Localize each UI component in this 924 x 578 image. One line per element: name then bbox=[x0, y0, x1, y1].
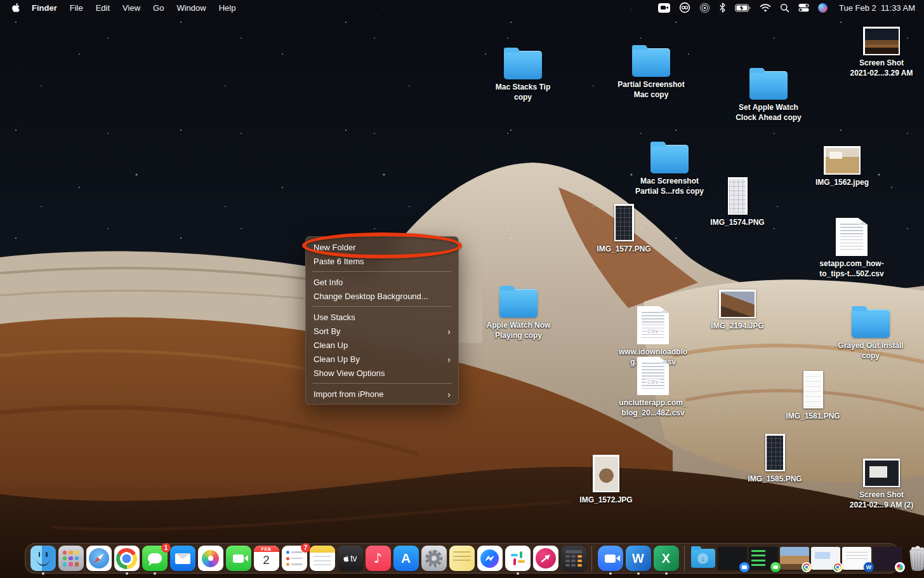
menu-item-label: Clean Up bbox=[314, 340, 348, 350]
desktop-icon-img-1572[interactable]: IMG_1572.JPG bbox=[562, 455, 650, 506]
icon-label: IMG_1585.PNG bbox=[748, 474, 802, 485]
dock-notes[interactable] bbox=[309, 546, 335, 572]
dock-minimized-window-word[interactable]: W bbox=[842, 547, 871, 570]
menu-item-import-from-iphone[interactable]: Import from iPhone› bbox=[306, 387, 458, 401]
siri-icon[interactable] bbox=[818, 3, 828, 13]
dock-music[interactable]: ♪ bbox=[365, 546, 391, 572]
dock-minimized-window-chrome-2[interactable] bbox=[811, 547, 840, 570]
menu-file[interactable]: File bbox=[63, 3, 89, 13]
menu-bar-clock[interactable]: Tue Feb 2 11:33 AM bbox=[839, 3, 915, 13]
menu-item-clean-up[interactable]: Clean Up bbox=[306, 338, 458, 352]
music-note-icon: ♪ bbox=[374, 551, 382, 566]
gear-icon bbox=[425, 550, 442, 567]
adobe-creative-cloud-icon[interactable] bbox=[679, 2, 690, 13]
dock-trash[interactable] bbox=[904, 546, 924, 572]
desktop-icon-img-1574[interactable]: IMG_1574.PNG bbox=[693, 177, 782, 228]
dock-word[interactable]: W bbox=[625, 546, 651, 572]
dock-launchpad[interactable] bbox=[58, 546, 84, 572]
submenu-chevron-icon: › bbox=[447, 389, 451, 399]
desktop-icon-img-1577[interactable]: IMG_1577.PNG bbox=[579, 204, 668, 255]
image-thumbnail bbox=[728, 177, 748, 215]
dock-mail[interactable] bbox=[169, 546, 195, 572]
icon-label: IMG_1577.PNG bbox=[597, 245, 650, 255]
menu-item-clean-up-by[interactable]: Clean Up By› bbox=[306, 352, 458, 366]
icon-label: IMG_1562.jpeg bbox=[815, 178, 869, 188]
dock: 1 FEB2 7 tv ♪ A W X ↓ W bbox=[25, 543, 899, 574]
desktop-icon-img-1562[interactable]: IMG_1562.jpeg bbox=[798, 146, 887, 188]
dock-downloads-folder[interactable]: ↓ bbox=[690, 546, 716, 572]
dock-minimized-window-chrome-1[interactable] bbox=[780, 547, 809, 570]
word-letter: W bbox=[632, 551, 644, 566]
dock-zoom[interactable] bbox=[597, 546, 623, 572]
download-arrow-icon: ↓ bbox=[697, 553, 708, 564]
video-camera-icon[interactable] bbox=[658, 3, 670, 13]
dock-app-store[interactable]: A bbox=[393, 546, 419, 572]
desktop-icon-partial-screenshot-mac-copy[interactable]: Partial ScreenshotMac copy bbox=[607, 48, 696, 100]
menu-item-label: Change Desktop Background... bbox=[314, 292, 428, 301]
submenu-chevron-icon: › bbox=[447, 326, 451, 336]
hotspot-icon[interactable] bbox=[699, 3, 710, 13]
csv-tag: CSV bbox=[646, 379, 660, 385]
dock-apple-tv[interactable]: tv bbox=[337, 546, 363, 572]
menu-item-use-stacks[interactable]: Use Stacks bbox=[306, 310, 458, 324]
dock-divider bbox=[591, 546, 592, 571]
dock-minimized-window-messages[interactable] bbox=[749, 547, 778, 570]
dock-excel[interactable]: X bbox=[653, 546, 679, 572]
menu-item-change-desktop-background[interactable]: Change Desktop Background... bbox=[306, 289, 458, 303]
wifi-icon[interactable] bbox=[760, 3, 771, 12]
dock-minimized-window-zoom[interactable] bbox=[718, 547, 747, 570]
dock-photos[interactable] bbox=[197, 546, 223, 572]
menu-item-show-view-options[interactable]: Show View Options bbox=[306, 366, 458, 380]
menu-item-sort-by[interactable]: Sort By› bbox=[306, 324, 458, 338]
dock-skitch[interactable] bbox=[532, 546, 558, 572]
desktop-icon-screen-shot-329am[interactable]: Screen Shot2021-02...3.29 AM bbox=[837, 27, 924, 78]
dock-chrome[interactable] bbox=[114, 546, 140, 572]
dock-safari[interactable] bbox=[86, 546, 112, 572]
desktop-icon-mac-stacks-tip-copy[interactable]: Mac Stacks Tipcopy bbox=[478, 51, 567, 102]
icon-label: IMG_1574.PNG bbox=[710, 218, 764, 228]
chrome-mini-icon bbox=[833, 562, 843, 572]
menu-help[interactable]: Help bbox=[213, 3, 242, 13]
menu-item-label: Paste 6 Items bbox=[314, 257, 364, 266]
icon-label: Set Apple WatchClock Ahead copy bbox=[736, 103, 802, 123]
menu-view[interactable]: View bbox=[116, 3, 147, 13]
desktop-icon-apple-watch-now-playing-copy[interactable]: Apple Watch NowPlaying copy bbox=[474, 289, 563, 340]
menu-go[interactable]: Go bbox=[147, 3, 170, 13]
bluetooth-icon[interactable] bbox=[719, 3, 726, 13]
menu-item-get-info[interactable]: Get Info bbox=[306, 275, 458, 289]
image-thumbnail bbox=[863, 27, 900, 55]
dock-finder[interactable] bbox=[30, 546, 56, 572]
menu-separator bbox=[312, 306, 452, 307]
dock-facetime[interactable] bbox=[225, 546, 251, 572]
menu-item-new-folder[interactable]: New Folder bbox=[306, 240, 458, 254]
desktop-icon-screen-shot-9am-2[interactable]: Screen Shot2021-02...9 AM (2) bbox=[837, 459, 924, 510]
dock-slack[interactable] bbox=[505, 546, 531, 572]
spotlight-search-icon[interactable] bbox=[780, 3, 789, 13]
image-thumbnail bbox=[593, 455, 619, 492]
dock-system-preferences[interactable] bbox=[421, 546, 447, 572]
desktop-icon-img-1585[interactable]: IMG_1585.PNG bbox=[730, 434, 819, 485]
dock-calculator[interactable] bbox=[560, 546, 586, 572]
desktop-icon-set-apple-watch-clock-ahead-copy[interactable]: Set Apple WatchClock Ahead copy bbox=[724, 71, 813, 123]
menu-item-paste-6-items[interactable]: Paste 6 Items bbox=[306, 254, 458, 268]
control-center-icon[interactable] bbox=[798, 3, 809, 12]
desktop-icon-img-1581[interactable]: IMG_1581.PNG bbox=[769, 371, 857, 422]
dock-reminders[interactable]: 7 bbox=[281, 546, 307, 572]
dock-minimized-window-slack[interactable] bbox=[873, 547, 902, 570]
apple-menu[interactable] bbox=[11, 3, 20, 13]
menu-finder[interactable]: Finder bbox=[25, 3, 63, 13]
icon-label: IMG_1572.JPG bbox=[579, 495, 632, 506]
desktop-icon-setapp-csv[interactable]: setapp.com_how-to_tips-t...50Z.csv bbox=[807, 218, 896, 279]
desktop-icon-img-2194[interactable]: IMG_2194.JPG bbox=[693, 290, 782, 332]
battery-charging-icon[interactable] bbox=[735, 3, 751, 13]
menu-edit[interactable]: Edit bbox=[89, 3, 116, 13]
dock-messages[interactable]: 1 bbox=[142, 546, 168, 572]
menu-window[interactable]: Window bbox=[170, 3, 212, 13]
dock-stickies[interactable] bbox=[449, 546, 475, 572]
dock-messenger[interactable] bbox=[477, 546, 503, 572]
desktop-icon-grayed-out-install-copy[interactable]: Grayed Out Installcopy bbox=[826, 309, 915, 361]
dock-calendar[interactable]: FEB2 bbox=[253, 546, 279, 572]
menu-item-label: Show View Options bbox=[314, 368, 385, 378]
icon-label: IMG_1581.PNG bbox=[786, 412, 840, 422]
desktop-icon-unclutterapp-csv[interactable]: CSV unclutterapp.com_blog_20...48Z.csv bbox=[609, 357, 697, 418]
